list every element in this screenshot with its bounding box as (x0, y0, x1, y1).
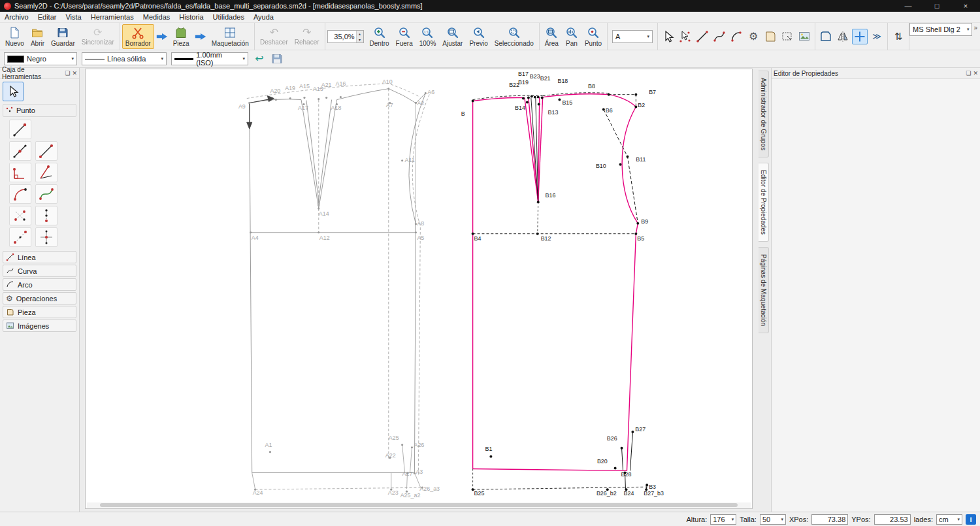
toolbar-mirror-tool[interactable] (835, 29, 851, 44)
toolbar-zoom-100[interactable]: 1:1100% (416, 24, 440, 49)
point-vertical-axis[interactable] (35, 206, 57, 225)
menu-historia[interactable]: Historia (174, 12, 208, 22)
point-A20[interactable] (275, 99, 277, 101)
point-B15[interactable] (558, 99, 561, 101)
minimize-button[interactable]: — (894, 0, 923, 12)
toolbar-sincronizar[interactable]: ⟳Sincronizar (78, 25, 118, 48)
point-B1[interactable] (489, 455, 492, 458)
point-B11[interactable] (627, 156, 629, 158)
toolbar-borrador[interactable]: Borrador (122, 24, 154, 49)
point-B3[interactable] (645, 484, 648, 486)
toolbar-nuevo[interactable]: Nuevo (2, 24, 27, 49)
point-B10[interactable] (619, 163, 622, 166)
toolbar-deshacer[interactable]: ↶Deshacer (257, 25, 291, 48)
point-A14[interactable] (318, 207, 319, 209)
toolbar-swap-tool[interactable]: ⇅ (890, 29, 906, 44)
maximize-button[interactable]: □ (923, 0, 951, 12)
point-B19[interactable] (527, 97, 530, 99)
point-A10[interactable] (387, 88, 389, 90)
draft-block-b[interactable]: BB22B19B17B23B21B18B8B7B2B14B13B15B6B16B… (461, 71, 664, 497)
menu-archivo[interactable]: Archivo (0, 12, 33, 22)
font-select[interactable]: MS Shell Dlg 2▾ (909, 23, 972, 36)
draft-block-a[interactable]: A9A20A19A15A13A21A16A10A6A2A17A18A7A11A1… (238, 78, 440, 499)
point-A21[interactable] (325, 97, 327, 99)
point-on-perpendicular[interactable] (9, 163, 31, 182)
point-from-arc[interactable] (9, 184, 31, 204)
toolbar-previo[interactable]: Previo (466, 24, 491, 49)
status-select-altura[interactable]: 176▾ (710, 514, 736, 525)
toolbar-overflow-chevron[interactable]: » (973, 24, 977, 31)
toolbar-line-tool[interactable] (694, 29, 710, 44)
close-panel-icon[interactable]: ✕ (973, 70, 978, 76)
side-tab-editor-de-propiedades[interactable]: Editor de Propiedades (759, 163, 769, 242)
save-style-button[interactable] (270, 52, 284, 65)
close-button[interactable]: × (951, 0, 980, 12)
line-type-select[interactable]: Línea sólida ▾ (82, 52, 167, 65)
point-B27[interactable] (631, 431, 634, 433)
toolbar-rehacer[interactable]: ↷Rehacer (291, 25, 323, 48)
toolbox-section-imagenes[interactable]: Imágenes (3, 320, 76, 332)
point-B7[interactable] (634, 93, 637, 96)
point-A4[interactable] (250, 231, 252, 233)
point-A19[interactable] (289, 97, 291, 99)
canvas-hscrollbar[interactable] (87, 502, 751, 508)
point-A15[interactable] (303, 97, 305, 99)
toolbar-union-tool[interactable] (818, 29, 834, 44)
point-B23[interactable] (534, 96, 536, 99)
menu-vista[interactable]: Vista (61, 12, 86, 22)
toolbar-guardar[interactable]: Guardar (48, 24, 78, 49)
point-B9[interactable] (636, 222, 639, 225)
point-triangle[interactable] (9, 227, 31, 247)
toolbox-section-operaciones[interactable]: ⚙Operaciones (3, 292, 76, 304)
toolbar-punto[interactable]: Punto (581, 24, 605, 49)
toolbar-pointer-crosshair-tool[interactable] (852, 29, 868, 44)
toolbar-image-tool[interactable] (796, 29, 812, 44)
point-B18[interactable] (541, 97, 544, 99)
status-select-talla[interactable]: 50▾ (760, 514, 786, 525)
toolbar-select-tool[interactable] (661, 29, 676, 44)
point-intersect-xy[interactable] (9, 206, 31, 225)
point-A16[interactable] (340, 96, 342, 98)
close-panel-icon[interactable]: ✕ (72, 70, 77, 76)
toolbar-maquetacion[interactable]: Maquetación (208, 24, 252, 49)
toolbar-operations-tool[interactable]: ⚙ (745, 29, 761, 44)
point-B14[interactable] (526, 101, 529, 104)
point-A25[interactable] (401, 444, 403, 446)
line-width-select[interactable]: 1.00mm (ISO) ▾ (171, 52, 248, 65)
menu-herramientas[interactable]: Herramientas (86, 12, 139, 22)
point-A5[interactable] (415, 231, 417, 233)
toolbar-more-tools[interactable]: ≫ (869, 29, 885, 44)
toolbar-fuera[interactable]: Fuera (393, 24, 416, 49)
toolbar-abrir[interactable]: Abrir (27, 24, 48, 49)
point-along-line[interactable] (9, 141, 31, 161)
toolbar-dentro[interactable]: Dentro (367, 24, 393, 49)
toolbox-section-punto[interactable]: Punto (3, 104, 76, 117)
point-B26[interactable] (621, 447, 623, 450)
status-select-lades[interactable]: cm▾ (936, 514, 962, 525)
toolbar-pieza[interactable]: Pieza (170, 24, 193, 49)
drawing-canvas[interactable]: A9A20A19A15A13A21A16A10A6A2A17A18A7A11A1… (85, 69, 753, 509)
zoom-spinner[interactable]: 35,0%▴▾ (327, 30, 364, 43)
float-panel-icon[interactable]: ❏ (65, 70, 70, 76)
point-B[interactable] (472, 100, 474, 103)
units-info-icon[interactable]: i (966, 514, 976, 525)
hscrollbar-thumb[interactable] (100, 503, 737, 507)
side-tab-paginas-de-maquetacion[interactable]: Páginas de Maquetación (759, 247, 769, 333)
draft-block-select[interactable]: A▾ (612, 30, 653, 43)
toolbar-node-select-tool[interactable] (678, 29, 693, 44)
point-B17[interactable] (531, 95, 533, 98)
select-tool-button[interactable] (3, 82, 24, 101)
point-B16[interactable] (537, 201, 540, 203)
point-on-bisector[interactable] (35, 163, 57, 182)
reset-style-button[interactable]: ↩ (253, 52, 266, 65)
point-A6[interactable] (425, 92, 427, 94)
toolbar-ajustar[interactable]: Ajustar (439, 24, 466, 49)
point-A26[interactable] (411, 446, 413, 448)
menu-ayuda[interactable]: Ayuda (249, 12, 278, 22)
point-B6[interactable] (602, 108, 605, 110)
point-line-between[interactable] (35, 141, 57, 161)
toolbar-select-area-tool[interactable] (779, 29, 795, 44)
toolbox-section-pieza[interactable]: Pieza (3, 306, 76, 318)
line-color-select[interactable]: Negro ▾ (4, 52, 77, 65)
toolbar-pan[interactable]: Pan (562, 24, 581, 49)
